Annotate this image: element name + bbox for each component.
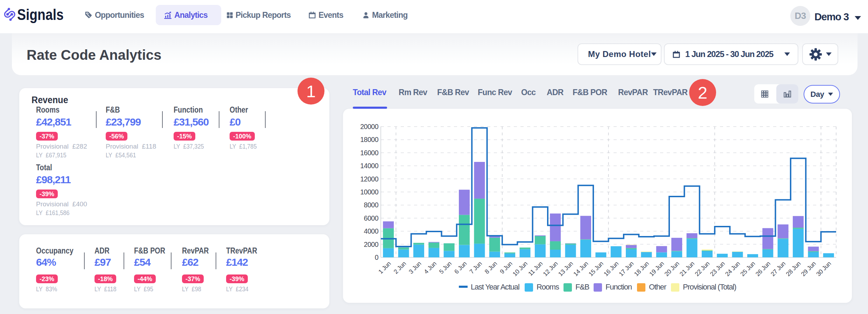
svg-text:16000: 16000	[360, 149, 378, 157]
svg-text:3 Jun: 3 Jun	[407, 260, 422, 275]
svg-text:8000: 8000	[364, 201, 379, 209]
svg-text:18 Jun: 18 Jun	[633, 260, 650, 278]
svg-text:1 Jun: 1 Jun	[377, 260, 392, 275]
svg-text:6 Jun: 6 Jun	[453, 260, 468, 275]
svg-text:4 Jun: 4 Jun	[422, 260, 438, 275]
svg-text:11 Jun: 11 Jun	[527, 260, 544, 277]
svg-text:25 Jun: 25 Jun	[739, 260, 756, 278]
svg-text:21 Jun: 21 Jun	[678, 260, 696, 278]
svg-text:2000: 2000	[364, 241, 379, 248]
svg-text:10 Jun: 10 Jun	[511, 260, 529, 278]
svg-text:24 Jun: 24 Jun	[724, 260, 741, 278]
svg-text:30 Jun: 30 Jun	[815, 260, 832, 278]
svg-text:28 Jun: 28 Jun	[784, 260, 802, 278]
svg-text:12000: 12000	[360, 175, 378, 183]
svg-text:13 Jun: 13 Jun	[557, 260, 574, 278]
svg-text:15 Jun: 15 Jun	[587, 260, 605, 278]
svg-text:10000: 10000	[360, 188, 378, 196]
svg-text:16 Jun: 16 Jun	[602, 260, 620, 278]
svg-text:0: 0	[375, 254, 379, 261]
svg-text:22 Jun: 22 Jun	[693, 260, 711, 278]
svg-text:Provisional (Total): Provisional (Total)	[683, 283, 736, 291]
svg-text:14 Jun: 14 Jun	[572, 260, 589, 278]
svg-text:8 Jun: 8 Jun	[483, 260, 498, 275]
svg-text:14000: 14000	[360, 162, 378, 170]
svg-text:20 Jun: 20 Jun	[663, 260, 680, 278]
svg-text:5 Jun: 5 Jun	[438, 260, 453, 275]
svg-text:Function: Function	[606, 283, 632, 291]
svg-text:Last Year Actual: Last Year Actual	[471, 283, 519, 291]
svg-text:Rooms: Rooms	[537, 283, 559, 291]
svg-text:2 Jun: 2 Jun	[392, 260, 407, 275]
svg-text:27 Jun: 27 Jun	[769, 260, 787, 278]
svg-text:17 Jun: 17 Jun	[617, 260, 635, 278]
svg-text:29 Jun: 29 Jun	[800, 260, 817, 278]
svg-text:19 Jun: 19 Jun	[648, 260, 665, 278]
svg-text:F&B: F&B	[575, 283, 589, 291]
svg-text:4000: 4000	[364, 227, 379, 235]
svg-text:26 Jun: 26 Jun	[754, 260, 772, 278]
svg-text:6000: 6000	[364, 214, 379, 222]
svg-text:20000: 20000	[360, 123, 378, 130]
svg-text:12 Jun: 12 Jun	[542, 260, 559, 278]
svg-text:23 Jun: 23 Jun	[709, 260, 726, 278]
svg-text:18000: 18000	[360, 136, 378, 143]
svg-text:7 Jun: 7 Jun	[468, 260, 483, 275]
svg-text:Other: Other	[649, 283, 666, 291]
